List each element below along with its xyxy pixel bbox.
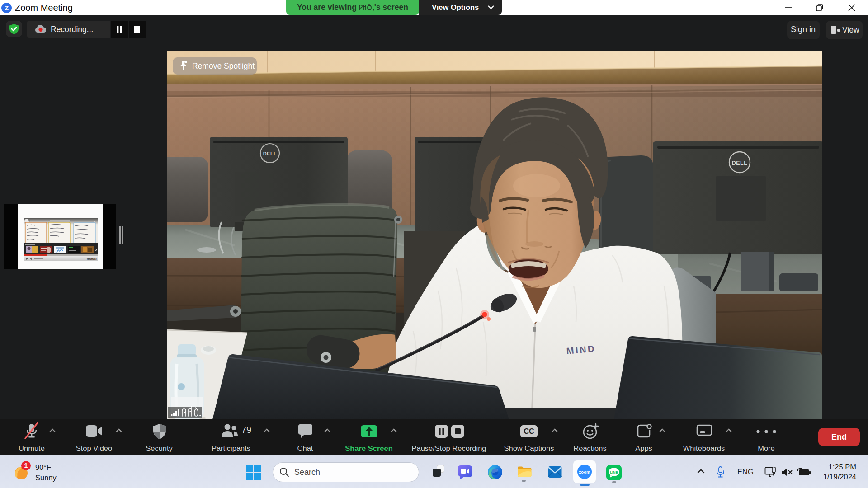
svg-text:Z: Z bbox=[5, 4, 9, 12]
svg-text:LINE: LINE bbox=[610, 470, 618, 474]
svg-text:DELL: DELL bbox=[263, 151, 277, 156]
svg-text:YouTube: YouTube bbox=[86, 258, 97, 260]
svg-text:DELL: DELL bbox=[732, 160, 748, 166]
